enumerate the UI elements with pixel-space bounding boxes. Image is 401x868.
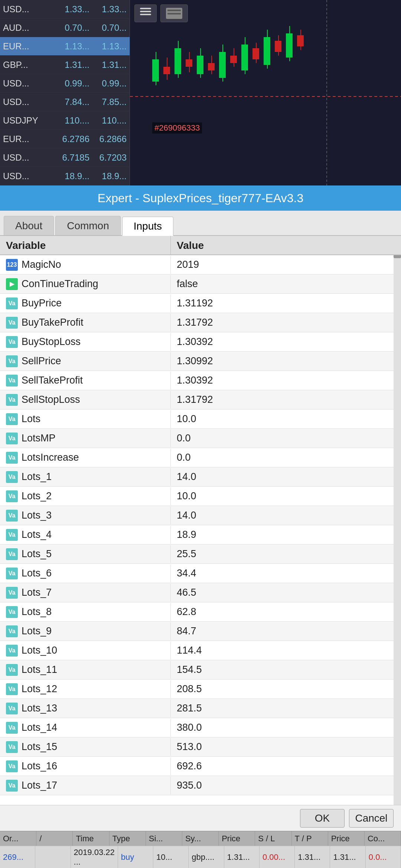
table-row[interactable]: Va LotsMP 0.0 <box>0 429 401 448</box>
var-icon: Va <box>6 625 18 637</box>
dialog-title-text: Expert - SuplexPrices_tiger777-EAv3.3 <box>98 191 303 205</box>
cell-variable: Va Lots_5 <box>0 545 171 563</box>
variable-name: Lots_7 <box>22 587 52 598</box>
market-symbol: USD... <box>3 152 52 163</box>
var-icon: Va <box>6 683 18 695</box>
table-row[interactable]: Va Lots_6 34.4 <box>0 564 401 583</box>
taskbar-col-header: Price <box>219 831 255 846</box>
cell-variable: Va BuyTakeProfit <box>0 314 171 332</box>
svg-rect-19 <box>241 45 248 70</box>
tab-inputs[interactable]: Inputs <box>122 217 173 236</box>
taskbar-col-header: Or... <box>0 831 36 846</box>
market-row[interactable]: USD... 0.99... 0.99... <box>0 74 130 93</box>
market-symbol: EUR... <box>3 41 52 52</box>
cell-value: 935.0 <box>171 777 401 794</box>
variable-name: Lots_10 <box>22 645 57 656</box>
market-ask: 1.13... <box>89 41 127 52</box>
col-variable-header: Variable <box>0 236 171 254</box>
scrollbar-track[interactable] <box>394 236 401 805</box>
market-row[interactable]: USD... 18.9... 18.9... <box>0 167 130 185</box>
cell-variable: Va LotsIncrease <box>0 449 171 467</box>
table-row[interactable]: Va Lots_15 513.0 <box>0 737 401 757</box>
taskbar-cell: 0.00... <box>260 846 295 868</box>
cell-variable: Va Lots_1 <box>0 468 171 486</box>
table-row[interactable]: Va Lots_14 380.0 <box>0 718 401 737</box>
taskbar-cell: 269... <box>0 846 35 868</box>
dialog-footer: OK Cancel <box>0 805 401 831</box>
market-bid: 6.7185 <box>52 152 89 163</box>
table-row[interactable]: Va Lots_9 84.7 <box>0 622 401 641</box>
table-row[interactable]: Va LotsIncrease 0.0 <box>0 448 401 467</box>
market-bid: 1.33... <box>52 4 89 14</box>
table-row[interactable]: Va Lots_4 18.9 <box>0 525 401 545</box>
market-row[interactable]: AUD... 0.70... 0.70... <box>0 19 130 37</box>
variable-name: SellTakeProfit <box>22 375 83 386</box>
taskbar-col-header: Price <box>328 831 365 846</box>
cell-value: 1.31192 <box>171 295 401 312</box>
table-row[interactable]: Va Lots_3 14.0 <box>0 506 401 525</box>
market-symbol: USD... <box>3 4 52 14</box>
var-icon: Va <box>6 664 18 676</box>
market-row[interactable]: EUR... 6.2786 6.2866 <box>0 130 130 148</box>
table-row[interactable]: ▶ ConTinueTrading false <box>0 274 401 294</box>
table-row[interactable]: Va BuyPrice 1.31192 <box>0 294 401 313</box>
cell-variable: Va Lots_12 <box>0 680 171 698</box>
taskbar-cell: 1.31... <box>330 846 365 868</box>
svg-rect-17 <box>230 56 237 63</box>
table-row[interactable]: Va BuyTakeProfit 1.31792 <box>0 313 401 332</box>
market-ask: 0.99... <box>89 78 127 89</box>
taskbar: Or.../TimeTypeSi...Sy...PriceS / LT / PP… <box>0 831 401 868</box>
table-row[interactable]: 123 MagicNo 2019 <box>0 255 401 274</box>
table-body: 123 MagicNo 2019 ▶ ConTinueTrading false… <box>0 255 401 795</box>
market-row[interactable]: USD... 6.7185 6.7203 <box>0 148 130 167</box>
market-row[interactable]: GBP... 1.31... 1.31... <box>0 56 130 74</box>
table-area[interactable]: Variable Value 123 MagicNo 2019 ▶ ConTin… <box>0 236 401 805</box>
table-row[interactable]: Va BuyStopLoss 1.30392 <box>0 332 401 352</box>
table-row[interactable]: Va Lots_11 154.5 <box>0 660 401 680</box>
hamburger-button[interactable] <box>134 4 157 22</box>
table-row[interactable]: Va Lots_10 114.4 <box>0 641 401 660</box>
var-icon: Va <box>6 297 18 309</box>
table-row[interactable]: Va Lots_8 62.8 <box>0 602 401 622</box>
table-row[interactable]: Va Lots_16 692.6 <box>0 757 401 776</box>
cell-value: 208.5 <box>171 680 401 698</box>
table-row[interactable]: Va Lots_12 208.5 <box>0 680 401 699</box>
var-icon: Va <box>6 645 18 657</box>
svg-rect-29 <box>297 35 304 46</box>
ok-button[interactable]: OK <box>300 809 345 828</box>
market-row[interactable]: EUR... 1.13... 1.13... <box>0 37 130 56</box>
cancel-button[interactable]: Cancel <box>349 809 394 828</box>
table-row[interactable]: Va Lots_13 281.5 <box>0 699 401 718</box>
market-ask: 1.33... <box>89 4 127 14</box>
table-row[interactable]: Va Lots 10.0 <box>0 410 401 429</box>
cell-value: false <box>171 275 401 293</box>
dialog-title: Expert - SuplexPrices_tiger777-EAv3.3 <box>0 185 401 211</box>
table-row[interactable]: Va Lots_7 46.5 <box>0 583 401 602</box>
keyboard-button[interactable] <box>160 4 188 22</box>
var-icon: Va <box>6 413 18 425</box>
tab-common[interactable]: Common <box>55 216 121 235</box>
tab-about[interactable]: About <box>4 216 54 235</box>
cell-value: 380.0 <box>171 719 401 736</box>
table-row[interactable]: Va Lots_1 14.0 <box>0 467 401 487</box>
table-row[interactable]: Va Lots_5 25.5 <box>0 545 401 564</box>
table-row[interactable]: Va SellPrice 1.30992 <box>0 352 401 371</box>
cell-variable: Va Lots_6 <box>0 565 171 582</box>
cell-value: 0.0 <box>171 449 401 466</box>
market-row[interactable]: USDJPY 110.... 110.... <box>0 111 130 130</box>
variable-name: Lots_13 <box>22 703 57 714</box>
taskbar-col-header: Si... <box>146 831 182 846</box>
variable-name: Lots <box>22 413 40 425</box>
table-row[interactable]: Va SellTakeProfit 1.30392 <box>0 371 401 390</box>
cell-value: 1.31792 <box>171 314 401 331</box>
market-row[interactable]: USD... 7.84... 7.85... <box>0 93 130 111</box>
var-icon: Va <box>6 490 18 502</box>
table-row[interactable]: Va Lots_17 935.0 <box>0 776 401 795</box>
market-row[interactable]: USD... 1.33... 1.33... <box>0 0 130 19</box>
market-ask: 0.70... <box>89 23 127 33</box>
hamburger-icon <box>140 8 151 15</box>
taskbar-col-header: S / L <box>255 831 291 846</box>
table-row[interactable]: Va SellStopLoss 1.31792 <box>0 390 401 410</box>
var-icon: Va <box>6 433 18 444</box>
table-row[interactable]: Va Lots_2 10.0 <box>0 487 401 506</box>
